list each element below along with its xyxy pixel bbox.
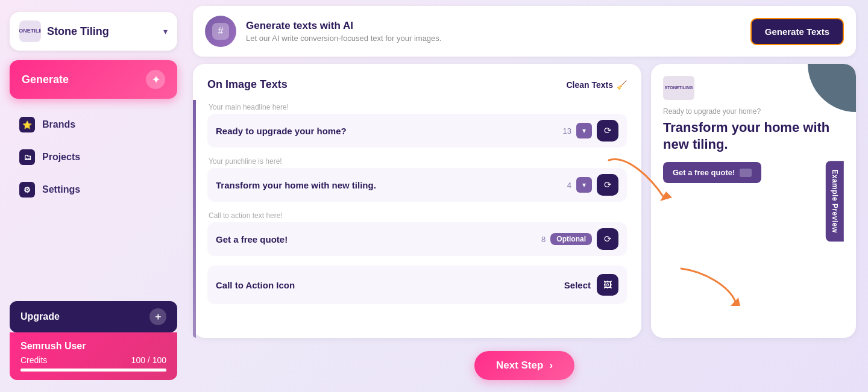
sidebar: STONE TILING Stone Tiling ▾ Generate ✦ ⭐…	[0, 0, 187, 392]
ai-banner: # Generate texts with AI Let our AI writ…	[193, 6, 856, 57]
next-step-label: Next Step	[496, 359, 543, 372]
credits-fill	[20, 369, 166, 372]
headline-value[interactable]: Ready to upgrade your home?	[216, 126, 558, 136]
cta-icon-label: Call to Action Icon	[216, 280, 295, 290]
cta-icon-row: Call to Action Icon Select 🖼	[207, 266, 627, 304]
brand-logo: STONE TILING	[19, 20, 41, 42]
ai-icon: #	[212, 23, 229, 40]
cta-field-row: Get a free quote! 8 Optional ⟳	[207, 222, 627, 256]
sidebar-item-projects[interactable]: 🗂 Projects	[10, 143, 177, 171]
headline-decrement-button[interactable]: ▾	[576, 123, 592, 138]
broom-icon: 🧹	[617, 80, 627, 90]
punchline-value[interactable]: Transform your home with new tiling.	[216, 180, 562, 190]
ai-banner-title: Generate texts with AI	[246, 20, 741, 32]
punchline-field-row: Transform your home with new tiling. 4 ▾…	[207, 168, 627, 202]
cta-field-group: Call to action text here! Get a free quo…	[207, 211, 627, 256]
cta-icon-select-text: Select	[564, 280, 591, 290]
credits-value: 100 / 100	[131, 355, 166, 365]
preview-cta-label: Get a free quote!	[673, 168, 735, 177]
sidebar-item-projects-label: Projects	[42, 152, 80, 163]
cta-char-count: 8	[541, 235, 546, 244]
preview-cta-icon	[740, 169, 752, 177]
sidebar-item-settings-label: Settings	[42, 184, 80, 195]
brand-selector[interactable]: STONE TILING Stone Tiling ▾	[10, 12, 177, 51]
next-step-button[interactable]: Next Step ›	[474, 351, 574, 380]
image-icon: 🖼	[603, 280, 612, 290]
credits-bar	[20, 369, 166, 372]
sidebar-item-brands[interactable]: ⭐ Brands	[10, 111, 177, 138]
texts-panel: On Image Texts Clean Texts 🧹 Your main h…	[193, 64, 641, 338]
cta-icon-select-button[interactable]: 🖼	[597, 274, 618, 296]
sidebar-item-settings[interactable]: ⚙ Settings	[10, 176, 177, 204]
upgrade-label: Upgrade	[20, 311, 60, 322]
punchline-char-count: 4	[567, 181, 571, 190]
clean-texts-label: Clean Texts	[566, 80, 613, 90]
generate-texts-button[interactable]: Generate Texts	[750, 18, 844, 45]
optional-badge: Optional	[550, 233, 592, 245]
ai-icon-wrap: #	[205, 16, 236, 47]
punchline-decrement-button[interactable]: ▾	[576, 177, 592, 193]
brand-name: Stone Tiling	[47, 25, 157, 38]
user-name: Semrush User	[20, 341, 166, 352]
plus-icon: ＋	[149, 308, 166, 325]
generate-label: Generate	[22, 73, 69, 86]
cta-ai-regenerate-button[interactable]: ⟳	[597, 228, 618, 250]
left-accent	[193, 100, 196, 338]
punchline-field-group: Your punchline is here! Transform your h…	[207, 157, 627, 202]
headline-field-group: Your main headline here! Ready to upgrad…	[207, 103, 627, 148]
preview-panel: Example Preview STONE TILING Ready to up…	[651, 64, 856, 338]
credits-label: Credits	[20, 355, 47, 365]
headline-field-row: Ready to upgrade your home? 13 ▾ ⟳	[207, 114, 627, 148]
preview-cta-button[interactable]: Get a free quote!	[663, 162, 761, 183]
star-icon: ⭐	[19, 117, 35, 132]
punchline-ai-regenerate-button[interactable]: ⟳	[597, 174, 618, 196]
main-content: # Generate texts with AI Let our AI writ…	[187, 0, 868, 392]
content-row: On Image Texts Clean Texts 🧹 Your main h…	[193, 64, 856, 338]
punchline-placeholder: Your punchline is here!	[207, 157, 627, 166]
panel-title: On Image Texts	[207, 78, 288, 91]
headline-char-count: 13	[563, 126, 571, 135]
chevron-right-icon: ›	[549, 359, 553, 372]
generate-button[interactable]: Generate ✦	[10, 60, 177, 99]
preview-small-headline: Ready to upgrade your home?	[663, 107, 844, 116]
upgrade-section: Upgrade ＋ Semrush User Credits 100 / 100	[10, 301, 177, 380]
texts-panel-header: On Image Texts Clean Texts 🧹	[207, 78, 627, 91]
headline-placeholder: Your main headline here!	[207, 103, 627, 111]
sidebar-item-brands-label: Brands	[42, 119, 75, 130]
bottom-bar: Next Step ›	[193, 345, 856, 380]
headline-ai-regenerate-button[interactable]: ⟳	[597, 120, 618, 142]
regenerate-icon: ⟳	[604, 125, 612, 136]
sparkle-icon: ✦	[146, 70, 165, 89]
preview-logo: STONE TILING	[663, 76, 694, 100]
example-preview-tab: Example Preview	[826, 161, 844, 241]
chevron-down-icon: ▾	[163, 26, 168, 36]
upgrade-button[interactable]: Upgrade ＋	[10, 301, 177, 332]
projects-icon: 🗂	[19, 149, 35, 165]
preview-large-headline: Transform your home with new tiling.	[663, 119, 844, 152]
cta-value[interactable]: Get a free quote!	[216, 234, 536, 244]
ai-banner-subtitle: Let our AI write conversion-focused text…	[246, 34, 741, 43]
regenerate-icon-2: ⟳	[604, 179, 612, 190]
credits-card: Semrush User Credits 100 / 100	[10, 332, 177, 380]
clean-texts-button[interactable]: Clean Texts 🧹	[566, 80, 627, 90]
regenerate-icon-3: ⟳	[604, 234, 612, 244]
ai-text-block: Generate texts with AI Let our AI write …	[246, 20, 741, 43]
gear-icon: ⚙	[19, 182, 35, 198]
cta-placeholder: Call to action text here!	[207, 211, 627, 220]
